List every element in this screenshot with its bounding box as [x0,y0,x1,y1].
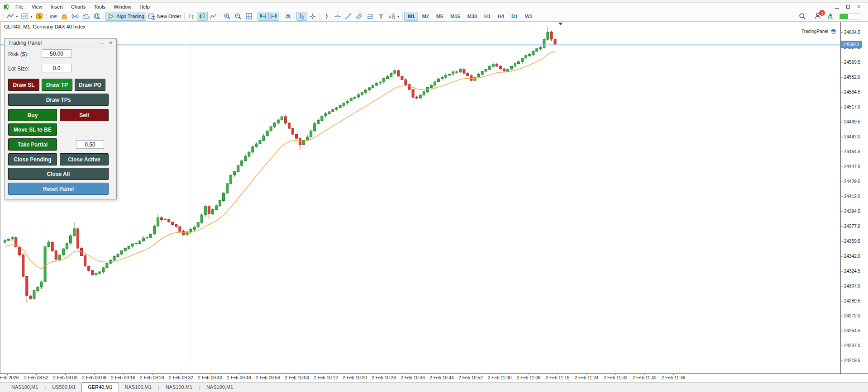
chart-tab-nas100-m1[interactable]: NAS100,M1 [160,383,198,392]
trendline-button[interactable] [343,12,354,21]
trading-panel-link[interactable]: TradingPanel [801,28,837,34]
price-tick-label: 24429.5 [844,179,860,184]
draw-po-button[interactable]: Draw PO [75,79,105,91]
crosshair-button[interactable] [307,12,318,21]
timeframe-h1[interactable]: H1 [481,12,494,21]
panel-minimize-button[interactable]: — [100,40,105,45]
chart-tab-nas100-m1[interactable]: NAS100,M1 [200,383,239,392]
chart-tab-us500-m1[interactable]: US500,M1 [46,383,81,392]
draw-sl-button[interactable]: Draw SL [8,79,39,91]
ide-button[interactable]: IDE [48,12,59,21]
sell-button[interactable]: Sell [60,109,109,121]
menu-window[interactable]: Window [110,4,135,10]
chart-tab-ger40-m1[interactable]: GER40,M1 [81,383,119,392]
screenshot-button[interactable] [282,12,293,21]
profile-button[interactable]: 1 [814,12,821,20]
candle-chart-button[interactable] [197,12,208,21]
profiles-button[interactable]: ▾ [19,12,34,21]
chart-area[interactable]: GER40, M1: Germany DAX 40 Index TradingP… [0,22,841,374]
risk-input[interactable] [42,49,72,58]
market-button[interactable] [59,12,70,21]
toolbar-separator [220,13,220,20]
price-axis[interactable]: 24604.524587.024569.524552.024534.524517… [841,22,868,374]
time-tick-label: 2 Feb 11:24 [575,375,599,380]
zoom-out-button[interactable] [233,12,243,21]
candlestick-chart[interactable] [0,22,841,374]
timeframe-m2[interactable]: M2 [418,12,432,21]
time-tick-label: 2 Feb 11:00 [488,375,512,380]
auto-scroll-button[interactable] [258,12,268,21]
minimize-button[interactable] [835,5,839,9]
menu-file[interactable]: File [11,4,28,10]
reset-panel-button[interactable]: Reset Panel [8,183,109,195]
chart-workspace: GER40, M1: Germany DAX 40 Index TradingP… [0,22,868,373]
level-indicator: LVL [828,13,833,19]
community-button[interactable] [91,12,102,21]
chart-tab-nas100-m1[interactable]: NAS100,M1 [119,383,157,392]
close-button[interactable]: ✕ [857,5,861,9]
toolbar-drag-handle[interactable]: ⁞⁞ [2,14,4,19]
chevron-down-icon: ▾ [30,14,32,19]
restore-button[interactable] [846,5,850,9]
menu-insert[interactable]: Insert [46,4,67,10]
zoom-in-button[interactable] [222,12,233,21]
new-order-button[interactable]: New Order [146,12,183,21]
panel-close-button[interactable]: ✕ [109,40,113,45]
time-tick-label: 2 Feb 09:56 [256,375,280,380]
cursor-button[interactable] [296,12,307,21]
buy-button[interactable]: Buy [8,109,57,121]
time-tick-label: 2 Feb 10:44 [429,375,453,380]
chart-type-button[interactable]: ▾ [5,12,19,21]
experience-progress-bar [839,14,860,19]
trendline-icon [345,13,352,20]
price-tick-label: 24569.5 [844,60,860,65]
price-tick-label: 24517.0 [844,104,860,109]
objects-button[interactable]: ▾ [386,12,401,21]
time-tick-label: 2 Feb 09:40 [198,375,222,380]
financial-button[interactable]: $ [34,12,45,21]
take-partial-button[interactable]: Take Partial [8,138,57,151]
timeframe-w1[interactable]: W1 [521,12,536,21]
vertical-line-button[interactable] [321,12,332,21]
close-pending-button[interactable]: Close Pending [8,153,57,165]
chart-shift-button[interactable] [268,12,279,21]
timeframe-m30[interactable]: M30 [463,12,480,21]
horizontal-line-button[interactable] [332,12,343,21]
text-button[interactable]: T [376,12,386,21]
timeframe-m15[interactable]: M15 [447,12,463,21]
timeframe-m5[interactable]: M5 [433,12,447,21]
line-chart-button[interactable] [208,12,219,21]
draw-tp-button[interactable]: Draw TP [42,79,72,91]
move-sl-to-be-button[interactable]: Move SL to BE [8,123,57,136]
menu-help[interactable]: Help [135,4,154,10]
draw-tps-button[interactable]: Draw TPs [8,94,109,106]
channel-button[interactable] [354,12,365,21]
vps-button[interactable] [81,12,91,21]
timeframe-m1[interactable]: M1 [404,12,418,21]
close-all-button[interactable]: Close All [8,168,109,180]
bar-chart-button[interactable] [186,12,197,21]
trading-panel[interactable]: Trading Panel — ✕ Risk ($): Lot Size: Dr… [4,38,117,199]
tile-windows-button[interactable] [243,12,254,21]
menu-charts[interactable]: Charts [67,4,90,10]
close-active-button[interactable]: Close Active [60,153,109,165]
search-button[interactable] [797,12,808,21]
text-icon: T [377,13,385,20]
time-tick-label: 2 Feb 09:00 [53,375,77,380]
price-tick-label: 24219.5 [844,358,860,363]
price-tick-label: 24254.5 [844,328,860,333]
time-tick-label: 2 Feb 11:08 [517,375,541,380]
trading-panel-titlebar[interactable]: Trading Panel — ✕ [5,39,116,47]
menu-view[interactable]: View [28,4,47,10]
signals-button[interactable] [70,12,81,21]
lot-size-input[interactable] [42,64,72,72]
price-tick-label: 24412.0 [844,194,860,199]
time-axis[interactable]: 2 Feb 20262 Feb 08:522 Feb 09:002 Feb 09… [0,373,868,382]
algo-trading-button[interactable]: Algo Trading [105,12,146,21]
chart-tab-nas100-m1[interactable]: NAS100,M1 [5,383,44,392]
timeframe-d1[interactable]: D1 [508,12,521,21]
menu-tools[interactable]: Tools [90,4,110,10]
timeframe-h4[interactable]: H4 [494,12,508,21]
partial-size-input[interactable] [76,140,104,149]
fibonacci-button[interactable] [365,12,376,21]
